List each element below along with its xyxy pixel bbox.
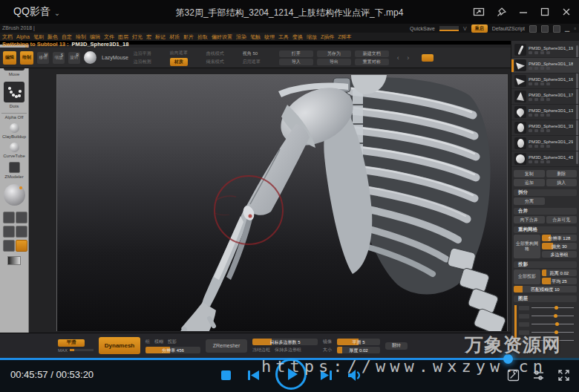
open-button[interactable]: 打开 — [279, 50, 313, 57]
subtool-visibility-icons[interactable] — [529, 114, 573, 117]
new-document-button[interactable]: 新建文档 — [355, 50, 389, 57]
previous-button[interactable] — [247, 370, 260, 384]
dist-slider[interactable]: 距离 0.02 — [542, 270, 577, 276]
zbrush-canvas-area[interactable] — [28, 45, 511, 333]
fullscreen-icon[interactable] — [557, 369, 570, 385]
front-mask-toggle[interactable]: 前向遮罩 — [170, 50, 188, 56]
maximize-button[interactable] — [540, 7, 550, 17]
project-all-button[interactable]: 全部投影 — [514, 270, 540, 284]
subtool-visibility-icons[interactable] — [529, 82, 573, 85]
menu-item[interactable]: 缩放 — [307, 33, 317, 41]
menu-item[interactable]: 纹理 — [264, 33, 275, 41]
delete-button[interactable]: 删除 — [546, 170, 578, 177]
subtool-row[interactable]: PM3D_Sphere3D1_29 — [511, 136, 579, 151]
quicksave-button[interactable]: QuickSave — [410, 26, 435, 31]
append-button[interactable]: 追加 — [514, 179, 545, 186]
subtool-row[interactable]: PM3D_Sphere3D1_43 — [511, 151, 579, 167]
undo-redo-arrows[interactable]: ‹ › — [397, 54, 413, 62]
menu-item[interactable]: 偏好设置 — [212, 33, 232, 41]
menu-item[interactable]: 绘制 — [76, 33, 86, 41]
menu-item[interactable]: 灯光 — [132, 33, 143, 41]
mask-enable-toggle[interactable]: 启用遮罩 — [243, 59, 261, 65]
duplicate-button[interactable]: 复制 — [514, 170, 545, 177]
material-button[interactable]: 材质 — [170, 58, 188, 66]
layers-section-header[interactable]: 图层 — [514, 295, 577, 302]
menu-item[interactable]: 变换 — [292, 33, 303, 41]
mirror-toggle[interactable]: 镜像 — [323, 339, 332, 345]
fill-tool-icon[interactable] — [3, 226, 15, 238]
merge-visible-button[interactable]: 合并可见 — [546, 216, 578, 223]
zbrush-window-icon[interactable]: ▫ — [574, 25, 576, 32]
alpha-label[interactable]: Alpha Off — [5, 115, 24, 120]
menu-item[interactable]: 笔刷 — [33, 33, 44, 41]
lazymouse-button[interactable]: LazyMouse — [102, 55, 128, 60]
scale-mode-button[interactable]: 缩放S — [53, 52, 65, 64]
smooth-strength-slider[interactable]: 平滑 5 — [337, 339, 380, 345]
target-polycount-slider[interactable]: 目标多边形数 5 — [252, 339, 318, 345]
menu-item[interactable]: Z脚本 — [338, 33, 351, 41]
material-ball[interactable] — [4, 184, 25, 206]
match-blur-slider[interactable]: 匹配模糊度 10 — [514, 286, 577, 293]
subtool-row[interactable]: PM3D_Sphere3D1_17 — [511, 89, 579, 105]
menu-item[interactable]: 颜色 — [48, 33, 58, 41]
stroke-preview[interactable] — [4, 82, 24, 102]
dynamesh-button[interactable]: Dynamesh — [99, 337, 140, 354]
menu-item[interactable]: 影片 — [183, 33, 194, 41]
subtool-row[interactable]: PM3D_Sphere3D1_19 — [511, 42, 579, 58]
export-button[interactable]: 导出 — [317, 59, 351, 65]
subtool-row[interactable]: PM3D_Sphere3D1_13 — [511, 105, 579, 120]
edge-smooth-toggle[interactable]: 边沿平滑 — [134, 50, 151, 57]
menu-item[interactable]: 图层 — [118, 33, 128, 41]
flip-button[interactable]: 翻转 — [385, 342, 408, 350]
polygroups-toggle[interactable]: 多边形组 — [542, 251, 577, 258]
merge-down-button[interactable]: 向下合并 — [514, 216, 545, 223]
size-toggle[interactable]: 大小 — [323, 347, 332, 353]
menu-item[interactable]: 文档 — [2, 33, 13, 41]
layer-row[interactable] — [519, 320, 577, 328]
subtool-visibility-icons[interactable] — [529, 51, 573, 54]
smooth-button[interactable]: 平滑 — [58, 339, 85, 347]
resolution-slider[interactable]: 分辨率 128 — [542, 235, 577, 241]
color-gradient-swatch[interactable] — [7, 256, 21, 265]
rope-mode-toggle[interactable]: 绳索模式 — [206, 59, 224, 65]
blur-toggle[interactable]: 模糊 — [154, 339, 163, 345]
stop-button[interactable] — [221, 370, 231, 380]
minimize-button[interactable] — [518, 7, 529, 17]
menu-item[interactable]: 渲染 — [236, 33, 246, 41]
remesh-section-header[interactable]: 重构网格 — [514, 226, 577, 233]
chevron-down-icon[interactable]: ⌄ — [54, 9, 60, 17]
mini-mode-icon[interactable] — [473, 7, 485, 17]
import-button[interactable]: 导入 — [279, 59, 313, 65]
gradient-tool-icon[interactable] — [16, 212, 27, 223]
subtool-visibility-icons[interactable] — [529, 67, 573, 70]
menu-item[interactable]: Z插件 — [321, 33, 334, 41]
subtool-row[interactable]: PM3D_Sphere3D1_33 — [511, 120, 579, 136]
max-slider[interactable] — [70, 349, 94, 351]
menu-item[interactable]: Alpha — [16, 34, 30, 39]
texture-tool-icon[interactable] — [16, 226, 27, 238]
close-button[interactable] — [561, 7, 572, 17]
subtool-visibility-icons[interactable] — [529, 145, 573, 148]
zbrush-document[interactable] — [56, 74, 508, 331]
app-menu-button[interactable]: QQ影音 — [13, 5, 50, 19]
remesh-all-button[interactable]: 全部重构网格 — [514, 235, 540, 258]
split-section-header[interactable]: 拆分 — [514, 189, 577, 196]
menu-item[interactable]: 拾取 — [197, 33, 208, 41]
keep-groups-toggle[interactable]: 保持多边形组 — [275, 347, 301, 353]
doc-icon[interactable] — [553, 25, 560, 33]
current-brush-icon[interactable] — [84, 51, 96, 64]
zbrush-minimize-icon[interactable]: ▁ — [565, 25, 569, 32]
zmodeler-brush-icon[interactable] — [9, 162, 20, 173]
shelf-orange-button[interactable] — [422, 54, 434, 62]
split-button[interactable]: 分离 — [514, 197, 545, 205]
zremesher-button[interactable]: ZRemesher — [206, 339, 247, 353]
draw-mode-button[interactable]: 绘制 — [20, 51, 33, 65]
rotate-mode-button[interactable]: 旋转R — [68, 52, 80, 64]
move-mode-button[interactable]: 移动M — [37, 52, 49, 64]
menu-item[interactable]: 标记 — [155, 33, 166, 41]
insert-button[interactable]: 插入 — [546, 179, 578, 186]
view-angle-slider[interactable]: 视角 50 — [243, 50, 258, 57]
layer-row[interactable] — [519, 312, 577, 320]
reset-symmetry-button[interactable]: 重置对称 — [355, 59, 389, 65]
paint-tool-icon[interactable] — [3, 240, 15, 252]
